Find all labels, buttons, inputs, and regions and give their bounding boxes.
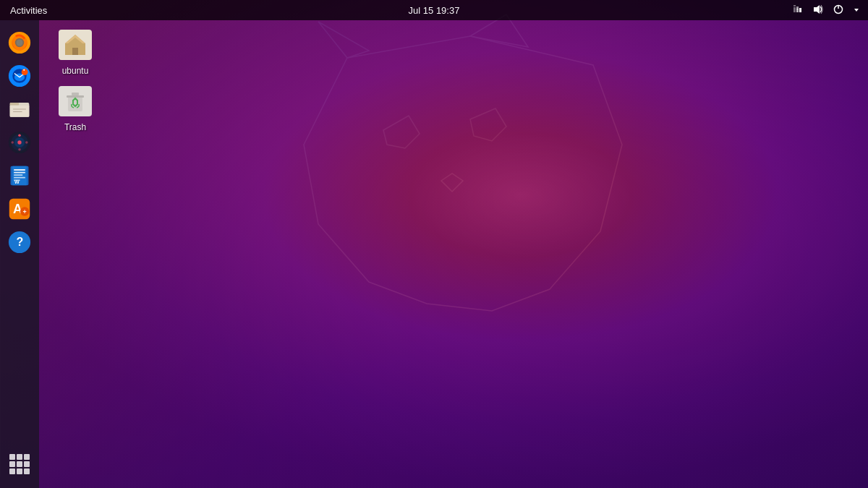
svg-rect-84 — [9, 468, 15, 474]
svg-rect-68 — [14, 174, 22, 176]
svg-text:?: ? — [17, 236, 24, 248]
svg-rect-67 — [14, 172, 25, 174]
svg-rect-36 — [799, 8, 801, 12]
power-icon[interactable] — [830, 2, 846, 19]
home-icon-label: ubuntu — [59, 65, 92, 77]
dock-item-writer[interactable]: W — [4, 160, 35, 191]
volume-icon[interactable] — [810, 2, 826, 19]
svg-text:W: W — [14, 179, 20, 185]
svg-rect-82 — [17, 461, 22, 467]
topbar: Activities Jul 15 19:37 — [0, 0, 868, 20]
svg-rect-66 — [14, 169, 25, 171]
activities-button[interactable]: Activities — [6, 5, 51, 16]
system-menu-icon[interactable] — [851, 3, 862, 17]
dock: W A + ? — [0, 20, 39, 488]
svg-rect-78 — [9, 454, 15, 460]
svg-rect-89 — [72, 48, 78, 55]
svg-text:+: + — [22, 208, 26, 215]
svg-marker-39 — [814, 5, 820, 14]
svg-rect-37 — [793, 7, 796, 12]
svg-marker-42 — [854, 9, 859, 12]
svg-rect-34 — [793, 5, 796, 7]
desktop-icons-area: ubuntu — [46, 27, 104, 133]
svg-rect-85 — [17, 468, 22, 474]
desktop-icon-trash[interactable]: Trash — [46, 84, 104, 133]
svg-rect-81 — [9, 461, 15, 467]
svg-point-59 — [17, 140, 21, 144]
svg-rect-0 — [0, 0, 868, 488]
network-icon[interactable] — [790, 2, 806, 19]
svg-rect-86 — [24, 468, 30, 474]
svg-rect-52 — [10, 103, 19, 106]
dock-item-thunderbird[interactable] — [4, 61, 35, 91]
show-applications-button[interactable] — [4, 449, 35, 479]
system-indicators — [790, 2, 862, 19]
svg-rect-80 — [24, 454, 30, 460]
svg-rect-69 — [14, 177, 25, 179]
svg-point-63 — [25, 141, 28, 144]
desktop: Activities Jul 15 19:37 — [0, 0, 868, 488]
svg-rect-92 — [72, 93, 79, 95]
svg-rect-79 — [17, 454, 22, 460]
svg-point-62 — [11, 141, 14, 144]
desktop-icon-home[interactable]: ubuntu — [46, 27, 104, 77]
clock-display[interactable]: Jul 15 19:37 — [409, 5, 460, 16]
cat-wallpaper — [0, 0, 868, 488]
dock-item-firefox[interactable] — [4, 27, 35, 58]
dock-item-rhythmbox[interactable] — [4, 127, 35, 158]
dock-item-appcenter[interactable]: A + — [4, 194, 35, 224]
svg-point-60 — [18, 134, 21, 137]
trash-icon-label: Trash — [61, 121, 89, 133]
svg-rect-83 — [24, 461, 30, 467]
dock-bottom — [4, 449, 35, 479]
dock-item-files[interactable] — [4, 94, 35, 124]
dock-item-help[interactable]: ? — [4, 227, 35, 257]
svg-point-61 — [18, 148, 21, 151]
svg-rect-53 — [10, 106, 30, 117]
svg-rect-91 — [67, 95, 84, 98]
svg-rect-38 — [796, 9, 799, 12]
